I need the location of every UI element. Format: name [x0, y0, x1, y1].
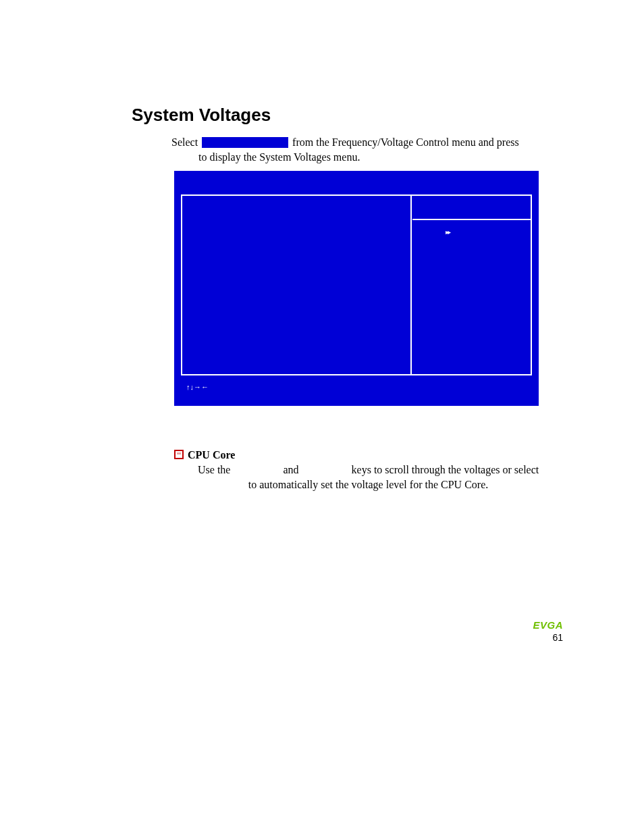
- page-footer: EVGA 61: [533, 619, 563, 643]
- intro-paragraph: Select from the Frequency/Voltage Contro…: [171, 135, 536, 164]
- item-body-line2: to automatically set the voltage level f…: [198, 477, 539, 492]
- body-after: keys to scroll through the voltages or s…: [352, 464, 539, 475]
- bios-screenshot: ▸▸ ↑↓→←: [174, 171, 539, 406]
- nav-arrows-icon: ↑↓→←: [186, 383, 209, 391]
- section-heading: System Voltages: [132, 105, 271, 126]
- intro-line-2: to display the System Voltages menu.: [171, 150, 536, 165]
- intro-after-box: from the Frequency/Voltage Control menu …: [292, 136, 519, 148]
- footer-page-number: 61: [533, 632, 563, 643]
- document-page: System Voltages Select from the Frequenc…: [0, 0, 644, 834]
- bullet-row: CPU Core: [174, 449, 539, 461]
- intro-line-1: Select from the Frequency/Voltage Contro…: [171, 135, 536, 150]
- redacted-menu-name: [202, 137, 288, 148]
- body-mid: and: [283, 464, 301, 475]
- bios-vertical-divider: [410, 196, 412, 374]
- item-title: CPU Core: [188, 449, 235, 461]
- item-body-line1: Use the and keys to scroll through the v…: [198, 463, 539, 477]
- footer-brand: EVGA: [533, 619, 563, 631]
- cpu-core-section: CPU Core Use the and keys to scroll thro…: [174, 449, 539, 492]
- intro-select-word: Select: [171, 136, 198, 148]
- bios-inner-frame: ▸▸: [181, 194, 532, 375]
- book-bullet-icon: [174, 450, 184, 459]
- item-body: Use the and keys to scroll through the v…: [198, 463, 539, 492]
- bios-right-header-line: [412, 219, 531, 220]
- body-prefix: Use the: [198, 464, 233, 475]
- fast-forward-icon: ▸▸: [446, 228, 450, 236]
